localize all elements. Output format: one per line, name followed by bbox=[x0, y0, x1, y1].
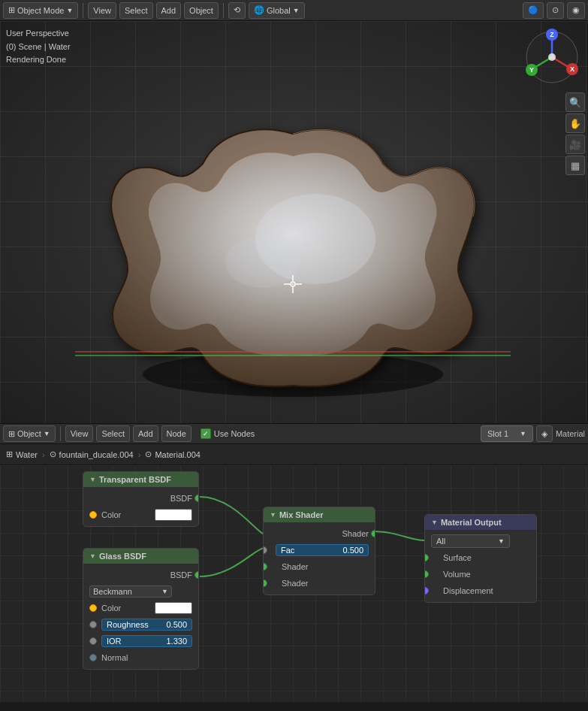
glass-distribution-dropdown[interactable]: Beckmann ▼ bbox=[89, 585, 172, 598]
breadcrumb-label2[interactable]: fountain_ducale.004 bbox=[59, 450, 134, 459]
navigation-gizmo[interactable]: Z X Y bbox=[522, 27, 582, 87]
glass-distribution-value: Beckmann bbox=[93, 587, 132, 596]
output-all-dropdown[interactable]: All ▼ bbox=[431, 534, 510, 548]
breadcrumb-label3[interactable]: Material.004 bbox=[155, 450, 201, 459]
glass-color-value[interactable] bbox=[155, 602, 192, 614]
global-selector[interactable]: 🌐 Global ▼ bbox=[249, 2, 305, 19]
shader-mode-selector[interactable]: ⊞ Object ▼ bbox=[3, 425, 56, 442]
pan-icon[interactable]: ✋ bbox=[565, 113, 585, 133]
output-all-label: All bbox=[436, 537, 445, 546]
output-displacement-row: Displacement bbox=[425, 582, 536, 599]
mix-shader2-label: Shader bbox=[282, 579, 308, 588]
view-label: View bbox=[93, 6, 111, 15]
snap-button[interactable]: 🔵 bbox=[523, 2, 544, 19]
glass-bsdf-header[interactable]: ▼ Glass BSDF bbox=[83, 549, 198, 564]
collapse-arrow-glass[interactable]: ▼ bbox=[89, 552, 96, 560]
shader-node-menu[interactable]: Node bbox=[161, 425, 191, 442]
shader-view-menu[interactable]: View bbox=[65, 425, 94, 442]
use-nodes-checkmark: ✓ bbox=[201, 428, 211, 439]
output-surface-row: Surface bbox=[425, 549, 536, 566]
global-label: Global bbox=[267, 6, 291, 15]
transparent-color-value[interactable] bbox=[155, 509, 192, 521]
output-volume-row: Volume bbox=[425, 566, 536, 582]
breadcrumb-icon1: ⊞ bbox=[6, 449, 13, 459]
node-material-output[interactable]: ▼ Material Output All ▼ Surface Volume bbox=[424, 514, 537, 603]
glass-roughness-value: 0.500 bbox=[166, 620, 187, 629]
transform-selector[interactable]: ⟲ bbox=[228, 2, 246, 19]
shader-object-label: Object bbox=[17, 429, 41, 438]
glass-roughness-field[interactable]: Roughness 0.500 bbox=[101, 619, 192, 631]
glass-normal-label: Normal bbox=[101, 653, 128, 662]
glass-bsdf-label: BSDF bbox=[170, 570, 192, 579]
glass-color-label: Color bbox=[101, 604, 121, 613]
breadcrumb-icon3: ⊙ bbox=[145, 449, 152, 459]
transparent-bsdf-title: Transparent BSDF bbox=[99, 475, 171, 484]
material-output-header[interactable]: ▼ Material Output bbox=[425, 515, 536, 530]
node-editor[interactable]: ▼ Transparent BSDF BSDF Color ▼ Glass BS… bbox=[0, 465, 588, 702]
object-label: Object bbox=[189, 6, 213, 15]
mix-fac-row: Fac 0.500 bbox=[264, 542, 375, 558]
node-transparent-bsdf[interactable]: ▼ Transparent BSDF BSDF Color bbox=[83, 471, 199, 527]
overlay-button[interactable]: ⊙ bbox=[547, 2, 564, 19]
mix-shader1-socket bbox=[263, 563, 267, 570]
shader-select-label: Select bbox=[101, 429, 125, 438]
add-label: Add bbox=[161, 6, 176, 15]
object-menu[interactable]: Object bbox=[184, 2, 219, 19]
shader-select-menu[interactable]: Select bbox=[96, 425, 130, 442]
slot-dropdown[interactable]: Slot 1 ▼ bbox=[481, 425, 533, 442]
shading-button[interactable]: ◉ bbox=[567, 2, 585, 19]
shader-node-label: Node bbox=[167, 429, 186, 438]
shader-mode-icon: ⊞ bbox=[8, 429, 15, 439]
node-mix-shader[interactable]: ▼ Mix Shader Shader Fac 0.500 Shader bbox=[263, 507, 375, 595]
add-menu[interactable]: Add bbox=[156, 2, 182, 19]
glass-ior-label: IOR bbox=[107, 637, 122, 646]
use-nodes-label: Use Nodes bbox=[214, 429, 255, 438]
glass-bsdf-body: BSDF Beckmann ▼ Color Roughness bbox=[83, 564, 198, 669]
material-label: Material bbox=[556, 429, 585, 438]
output-surface-socket bbox=[424, 554, 429, 561]
mode-dropdown-icon: ▼ bbox=[66, 7, 73, 14]
transparent-bsdf-label: BSDF bbox=[170, 494, 192, 503]
grid-icon[interactable]: ▦ bbox=[565, 156, 585, 175]
zoom-in-icon[interactable]: 🔍 bbox=[565, 92, 585, 112]
glass-normal-row: Normal bbox=[83, 649, 198, 666]
collapse-arrow-mix[interactable]: ▼ bbox=[270, 511, 276, 519]
glass-ior-row: IOR 1.330 bbox=[83, 633, 198, 649]
separator2 bbox=[223, 3, 224, 18]
breadcrumb-icon2: ⊙ bbox=[50, 449, 56, 459]
output-displacement-socket bbox=[424, 587, 429, 595]
slot-selector: Slot 1 ▼ ◈ Material bbox=[481, 425, 585, 442]
overlay-icon: ⊙ bbox=[552, 5, 559, 15]
mix-fac-label: Fac bbox=[281, 546, 294, 555]
transparent-bsdf-header[interactable]: ▼ Transparent BSDF bbox=[83, 472, 198, 487]
mix-shader-header[interactable]: ▼ Mix Shader bbox=[264, 507, 375, 522]
svg-point-2 bbox=[225, 235, 300, 288]
viewport-right-icons: 🔍 ✋ 🎥 ▦ bbox=[565, 92, 585, 175]
glass-ior-field[interactable]: IOR 1.330 bbox=[101, 635, 192, 647]
glass-ior-value: 1.330 bbox=[166, 637, 187, 646]
global-dropdown: ▼ bbox=[293, 7, 300, 14]
node-glass-bsdf[interactable]: ▼ Glass BSDF BSDF Beckmann ▼ Color bbox=[83, 548, 199, 670]
collapse-arrow-transparent[interactable]: ▼ bbox=[89, 476, 96, 483]
view-menu[interactable]: View bbox=[88, 2, 116, 19]
mix-shader1-label: Shader bbox=[282, 562, 308, 571]
transparent-bsdf-socket-out bbox=[194, 495, 199, 502]
mix-fac-field[interactable]: Fac 0.500 bbox=[276, 544, 369, 556]
material-icon-btn[interactable]: ◈ bbox=[536, 425, 553, 442]
svg-text:Z: Z bbox=[550, 31, 554, 38]
svg-point-21 bbox=[548, 53, 556, 61]
collapse-arrow-output[interactable]: ▼ bbox=[431, 519, 438, 526]
transparent-color-label: Color bbox=[101, 510, 121, 519]
select-menu[interactable]: Select bbox=[119, 2, 153, 19]
camera-icon[interactable]: 🎥 bbox=[565, 135, 585, 154]
svg-text:X: X bbox=[570, 65, 574, 73]
mix-shader-body: Shader Fac 0.500 Shader Shader bbox=[264, 522, 375, 595]
glass-roughness-socket bbox=[89, 621, 97, 628]
use-nodes-toggle[interactable]: ✓ Use Nodes bbox=[201, 428, 255, 439]
3d-viewport[interactable]: User Perspective (0) Scene | Water Rende… bbox=[0, 21, 588, 423]
shader-add-menu[interactable]: Add bbox=[133, 425, 158, 442]
top-toolbar: ⊞ Object Mode ▼ View Select Add Object ⟲… bbox=[0, 0, 588, 21]
mode-selector[interactable]: ⊞ Object Mode ▼ bbox=[3, 2, 78, 19]
breadcrumb-label1[interactable]: Water bbox=[16, 450, 38, 459]
transparent-bsdf-body: BSDF Color bbox=[83, 487, 198, 526]
